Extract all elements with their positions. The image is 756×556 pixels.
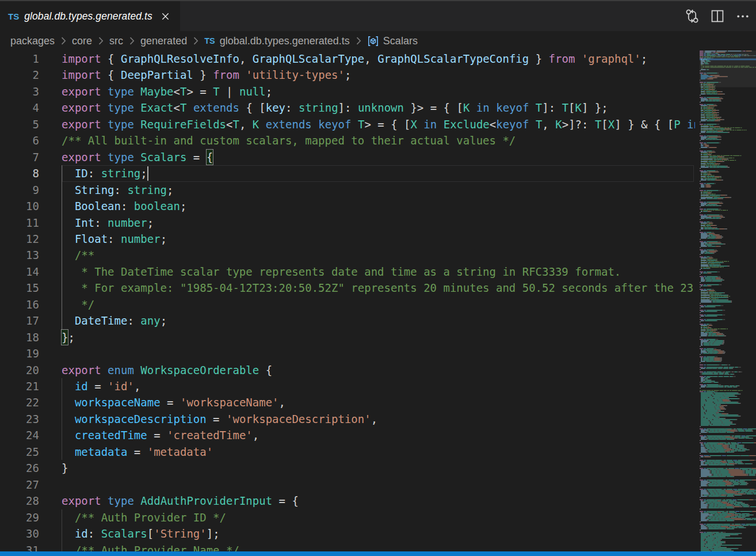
code-line-14[interactable]: 14 * The DateTime scalar type represents… [0, 264, 695, 280]
code-line-text: createdTime = 'createdTime', [62, 427, 259, 443]
line-number[interactable]: 8 [0, 165, 39, 181]
line-number[interactable]: 19 [0, 345, 39, 361]
typescript-file-icon: TS [8, 12, 19, 21]
breadcrumb-item-global-db-types-generated-ts[interactable]: TSglobal.db.types.generated.ts [204, 35, 350, 47]
code-line-5[interactable]: 5export type RequireFields<T, K extends … [0, 116, 695, 133]
split-editor-icon[interactable] [709, 7, 726, 25]
line-number[interactable]: 2 [0, 67, 39, 83]
code-line-31[interactable]: 31 /** Auth Provider Name */ [0, 542, 695, 552]
minimap[interactable] [700, 51, 756, 551]
line-number[interactable]: 12 [0, 231, 39, 247]
line-number[interactable]: 16 [0, 296, 39, 313]
breadcrumb-separator-icon [189, 35, 202, 47]
vscode-editor-window: TS global.db.types.generated.ts [0, 0, 756, 556]
code-line-2[interactable]: 2import { DeepPartial } from 'utility-ty… [0, 67, 695, 83]
code-line-9[interactable]: 9 String: string; [0, 182, 695, 199]
close-tab-icon[interactable] [158, 9, 173, 24]
code-line-17[interactable]: 17 DateTime: any; [0, 313, 695, 329]
line-number[interactable]: 27 [0, 477, 39, 493]
code-line-24[interactable]: 24 createdTime = 'createdTime', [0, 427, 695, 444]
editor-pane[interactable]: 1import { GraphQLResolveInfo, GraphQLSca… [0, 51, 756, 551]
code-line-12[interactable]: 12 Float: number; [0, 231, 695, 247]
line-number[interactable]: 13 [0, 247, 39, 263]
code-line-text: Boolean: boolean; [62, 198, 186, 214]
tab-global-db-types-generated-ts[interactable]: TS global.db.types.generated.ts [0, 1, 180, 31]
line-number[interactable]: 23 [0, 411, 39, 427]
line-number[interactable]: 25 [0, 444, 39, 460]
line-number[interactable]: 3 [0, 83, 39, 100]
line-number[interactable]: 5 [0, 116, 39, 132]
code-line-text: /** [62, 247, 94, 263]
code-line-18[interactable]: 18}; [0, 329, 695, 346]
code-line-11[interactable]: 11 Int: number; [0, 215, 695, 231]
code-line-text: import { DeepPartial } from 'utility-typ… [62, 67, 351, 83]
line-number[interactable]: 10 [0, 198, 39, 214]
line-number[interactable]: 14 [0, 264, 39, 280]
line-number[interactable]: 1 [0, 51, 39, 67]
line-number[interactable]: 4 [0, 100, 39, 116]
line-number[interactable]: 11 [0, 215, 39, 231]
code-line-23[interactable]: 23 workspaceDescription = 'workspaceDesc… [0, 411, 695, 428]
code-line-19[interactable]: 19 [0, 345, 695, 362]
code-line-text: * The DateTime scalar type represents da… [62, 264, 621, 280]
code-line-6[interactable]: 6/** All built-in and custom scalars, ma… [0, 132, 695, 149]
breadcrumb-item-generated[interactable]: generated [140, 35, 187, 47]
code-line-text: export type Scalars = { [62, 149, 213, 165]
code-line-16[interactable]: 16 */ [0, 296, 695, 313]
status-bar [0, 551, 756, 556]
line-number[interactable]: 9 [0, 182, 39, 198]
line-number[interactable]: 24 [0, 427, 39, 443]
line-number[interactable]: 15 [0, 280, 39, 296]
breadcrumb-label: Scalars [383, 35, 418, 47]
code-line-3[interactable]: 3export type Maybe<T> = T | null; [0, 83, 695, 100]
line-number[interactable]: 30 [0, 525, 39, 542]
code-line-8[interactable]: 8 ID: string; [0, 165, 695, 182]
line-number[interactable]: 20 [0, 362, 39, 378]
code-line-1[interactable]: 1import { GraphQLResolveInfo, GraphQLSca… [0, 51, 695, 67]
line-number[interactable]: 7 [0, 149, 39, 165]
code-line-text: }; [62, 329, 75, 345]
line-number[interactable]: 6 [0, 132, 39, 148]
code-line-25[interactable]: 25 metadata = 'metadata' [0, 444, 695, 460]
line-number[interactable]: 21 [0, 378, 39, 394]
line-number[interactable]: 28 [0, 493, 39, 509]
code-line-26[interactable]: 26} [0, 460, 695, 477]
line-number[interactable]: 17 [0, 313, 39, 329]
breadcrumb-item-packages[interactable]: packages [10, 35, 55, 47]
line-number[interactable]: 26 [0, 460, 39, 476]
line-number[interactable]: 22 [0, 394, 39, 410]
breadcrumb-item-core[interactable]: core [72, 35, 92, 47]
code-line-30[interactable]: 30 id: Scalars['String']; [0, 525, 695, 542]
code-line-22[interactable]: 22 workspaceName = 'workspaceName', [0, 394, 695, 411]
code-line-text: String: string; [62, 182, 174, 198]
editor-actions [684, 1, 756, 31]
typescript-file-icon: TS [204, 36, 215, 45]
breadcrumb-item-src[interactable]: src [109, 35, 123, 47]
symbol-type-icon [367, 35, 379, 47]
code-area[interactable]: 1import { GraphQLResolveInfo, GraphQLSca… [0, 51, 695, 551]
code-line-text: * For example: "1985-04-12T23:20:50.52Z"… [62, 280, 695, 296]
more-actions-icon[interactable] [734, 7, 751, 25]
code-line-13[interactable]: 13 /** [0, 247, 695, 264]
code-line-15[interactable]: 15 * For example: "1985-04-12T23:20:50.5… [0, 280, 695, 296]
code-line-text: */ [62, 296, 94, 313]
breadcrumb-item-scalars[interactable]: Scalars [367, 35, 418, 47]
code-line-7[interactable]: 7export type Scalars = { [0, 149, 695, 166]
code-line-28[interactable]: 28export type AddAuthProviderInput = { [0, 493, 695, 509]
open-changes-icon[interactable] [684, 7, 701, 25]
line-number[interactable]: 29 [0, 509, 39, 525]
line-number[interactable]: 18 [0, 329, 39, 345]
code-line-29[interactable]: 29 /** Auth Provider ID */ [0, 509, 695, 526]
breadcrumb-separator-icon [125, 35, 138, 47]
code-line-text: export type AddAuthProviderInput = { [62, 493, 299, 509]
code-line-4[interactable]: 4export type Exact<T extends { [key: str… [0, 100, 695, 116]
code-line-20[interactable]: 20export enum WorkspaceOrderable { [0, 362, 695, 379]
code-line-21[interactable]: 21 id = 'id', [0, 378, 695, 395]
breadcrumb-label: generated [140, 35, 187, 47]
tab-title: global.db.types.generated.ts [24, 10, 152, 22]
line-number[interactable]: 31 [0, 542, 39, 552]
code-line-text: id: Scalars['String']; [62, 525, 220, 542]
code-line-10[interactable]: 10 Boolean: boolean; [0, 198, 695, 215]
code-line-27[interactable]: 27 [0, 477, 695, 493]
text-cursor [147, 166, 148, 181]
